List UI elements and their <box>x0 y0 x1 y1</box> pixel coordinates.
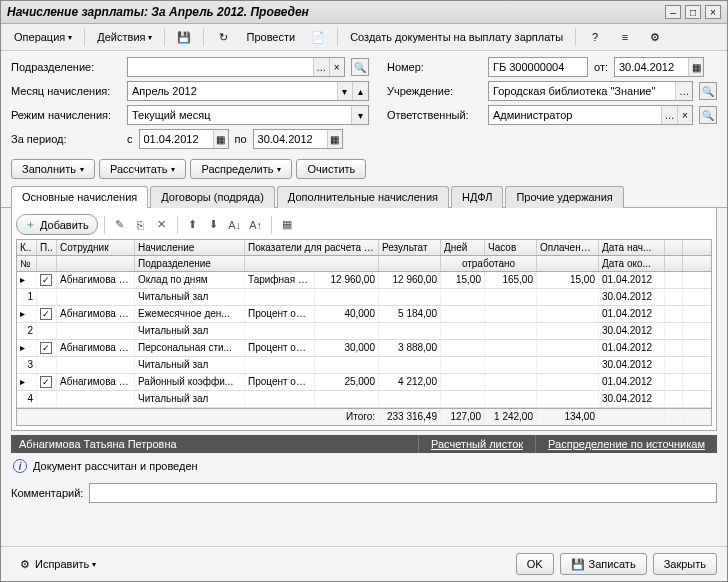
spin-down-icon[interactable]: ▾ <box>337 82 353 100</box>
calc-button[interactable]: Рассчитать▾ <box>99 159 186 179</box>
ok-button[interactable]: OK <box>516 553 554 575</box>
table-row[interactable]: ▸✓Абнагимова ТатьянаОклад по днямТарифна… <box>17 272 711 289</box>
table-row[interactable]: ▸✓Абнагимова ТатьянаРайонный коэффи...Пр… <box>17 374 711 391</box>
check-icon: ✓ <box>40 376 52 388</box>
search-icon[interactable]: 🔍 <box>699 82 717 100</box>
write-button[interactable]: 💾Записать <box>560 553 647 575</box>
move-up-icon[interactable]: ⬆ <box>184 216 202 234</box>
mode-field[interactable]: ▾ <box>127 105 369 125</box>
calendar-icon[interactable]: ▦ <box>688 58 703 76</box>
totals-days: 127,00 <box>441 409 485 425</box>
dept-label: Подразделение: <box>11 61 121 73</box>
copy-icon[interactable]: ⎘ <box>132 216 150 234</box>
number-field[interactable] <box>488 57 588 77</box>
grid-settings-icon[interactable]: ▦ <box>278 216 296 234</box>
distribution-link[interactable]: Распределение по источникам <box>535 435 717 453</box>
window-title: Начисление зарплаты: За Апрель 2012. Про… <box>7 5 309 19</box>
calendar-icon[interactable]: ▦ <box>213 130 228 148</box>
check-icon: ✓ <box>40 274 52 286</box>
dropdown-icon[interactable]: ▾ <box>351 106 368 124</box>
move-down-icon[interactable]: ⬇ <box>205 216 223 234</box>
col-days[interactable]: Дней <box>441 240 485 255</box>
select-icon[interactable]: … <box>313 58 328 76</box>
tab-contracts[interactable]: Договоры (подряда) <box>150 186 275 208</box>
period-label: За период: <box>11 133 121 145</box>
totals-hours: 1 242,00 <box>485 409 537 425</box>
col-result[interactable]: Результат <box>379 240 441 255</box>
table-row[interactable]: 3Читальный зал30.04.2012 <box>17 357 711 374</box>
col-p[interactable]: П.. <box>37 240 57 255</box>
resp-label: Ответственный: <box>387 109 482 121</box>
payslip-link[interactable]: Расчетный листок <box>418 435 535 453</box>
table-row[interactable]: 1Читальный зал30.04.2012 <box>17 289 711 306</box>
accruals-grid: К.. П.. Сотрудник Начисление Показатели … <box>16 239 712 426</box>
totals-label: Итого: <box>17 409 379 425</box>
period-from[interactable]: ▦ <box>139 129 229 149</box>
operation-menu[interactable]: Операция▾ <box>7 28 79 46</box>
tab-ndfl[interactable]: НДФЛ <box>451 186 503 208</box>
settings-icon[interactable]: ⚙ <box>641 27 669 47</box>
tab-main-accruals[interactable]: Основные начисления <box>11 186 148 208</box>
sort-desc-icon[interactable]: A↑ <box>247 216 265 234</box>
table-row[interactable]: ▸✓Абнагимова ТатьянаПерсональная сти...П… <box>17 340 711 357</box>
mode-label: Режим начисления: <box>11 109 121 121</box>
maximize-button[interactable]: □ <box>685 5 701 19</box>
table-row[interactable]: 4Читальный зал30.04.2012 <box>17 391 711 408</box>
comment-field[interactable] <box>89 483 717 503</box>
resp-field[interactable]: … × <box>488 105 693 125</box>
month-field[interactable]: ▾ ▴ <box>127 81 369 101</box>
totals-paid: 134,00 <box>537 409 599 425</box>
structure-icon[interactable]: ≡ <box>611 27 639 47</box>
close-button-footer[interactable]: Закрыть <box>653 553 717 575</box>
help-icon[interactable]: ? <box>581 27 609 47</box>
report-icon[interactable]: 📄 <box>304 27 332 47</box>
table-row[interactable]: ▸✓Абнагимова ТатьянаЕжемесячное ден...Пр… <box>17 306 711 323</box>
delete-icon[interactable]: ✕ <box>153 216 171 234</box>
comment-label: Комментарий: <box>11 487 83 499</box>
clear-icon[interactable]: × <box>329 58 344 76</box>
search-icon[interactable]: 🔍 <box>351 58 369 76</box>
period-to[interactable]: ▦ <box>253 129 343 149</box>
fill-button[interactable]: Заполнить▾ <box>11 159 95 179</box>
check-icon: ✓ <box>40 308 52 320</box>
col-employee[interactable]: Сотрудник <box>57 240 135 255</box>
number-label: Номер: <box>387 61 482 73</box>
org-label: Учреждение: <box>387 85 482 97</box>
col-date-start[interactable]: Дата нач... <box>599 240 665 255</box>
totals-result: 233 316,49 <box>379 409 441 425</box>
edit-icon[interactable]: ✎ <box>111 216 129 234</box>
create-payout-docs[interactable]: Создать документы на выплату зарплаты <box>343 28 570 46</box>
org-field[interactable]: … <box>488 81 693 101</box>
calendar-icon[interactable]: ▦ <box>327 130 342 148</box>
table-row[interactable]: 2Читальный зал30.04.2012 <box>17 323 711 340</box>
dept-field[interactable]: … × <box>127 57 345 77</box>
col-paid[interactable]: Оплачено дней/часов <box>537 240 599 255</box>
select-icon[interactable]: … <box>675 82 692 100</box>
clear-button[interactable]: Очистить <box>296 159 366 179</box>
col-accrual[interactable]: Начисление <box>135 240 245 255</box>
search-icon[interactable]: 🔍 <box>699 106 717 124</box>
select-icon[interactable]: … <box>661 106 676 124</box>
col-k[interactable]: К.. <box>17 240 37 255</box>
sort-asc-icon[interactable]: A↓ <box>226 216 244 234</box>
distribute-button[interactable]: Распределить▾ <box>190 159 292 179</box>
check-icon: ✓ <box>40 342 52 354</box>
col-hours[interactable]: Часов <box>485 240 537 255</box>
refresh-icon[interactable]: ↻ <box>209 27 237 47</box>
tab-additional[interactable]: Дополнительные начисления <box>277 186 449 208</box>
tab-deductions[interactable]: Прочие удержания <box>505 186 623 208</box>
fix-menu[interactable]: ⚙Исправить▾ <box>11 554 103 574</box>
add-button[interactable]: ＋Добавить <box>16 214 98 235</box>
minimize-button[interactable]: – <box>665 5 681 19</box>
post-button[interactable]: Провести <box>239 28 302 46</box>
month-label: Месяц начисления: <box>11 85 121 97</box>
spin-up-icon[interactable]: ▴ <box>352 82 368 100</box>
info-icon: i <box>13 459 27 473</box>
actions-menu[interactable]: Действия▾ <box>90 28 159 46</box>
save-icon[interactable]: 💾 <box>170 27 198 47</box>
clear-icon[interactable]: × <box>677 106 692 124</box>
close-button[interactable]: × <box>705 5 721 19</box>
info-text: Документ рассчитан и проведен <box>33 460 198 472</box>
col-indicators[interactable]: Показатели для расчета начисления <box>245 240 379 255</box>
date-field[interactable]: ▦ <box>614 57 704 77</box>
